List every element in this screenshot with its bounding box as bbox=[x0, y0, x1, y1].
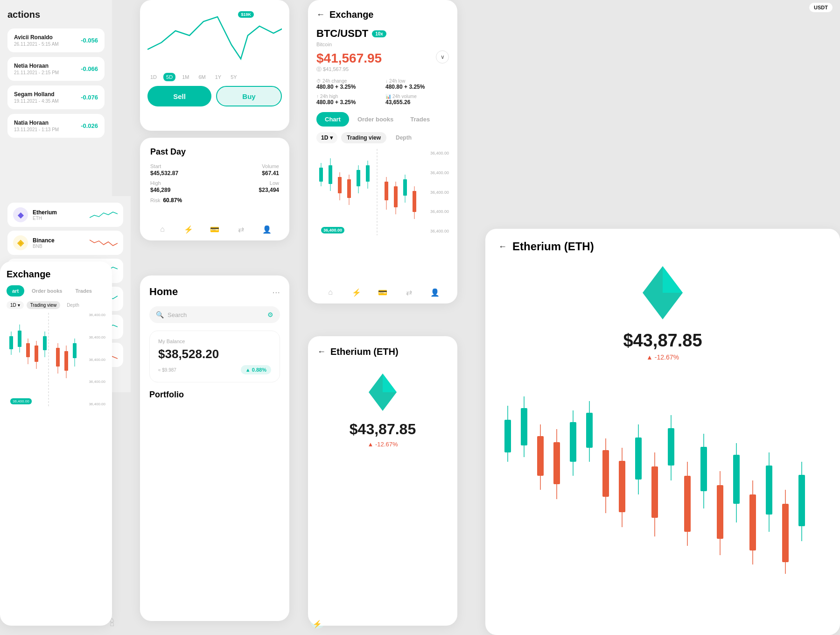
tab-art[interactable]: art bbox=[7, 285, 24, 296]
home-title: Home bbox=[149, 286, 178, 298]
svg-rect-75 bbox=[766, 466, 772, 515]
period-select[interactable]: 1D ▾ bbox=[316, 132, 337, 143]
exchange-panel: ← Exchange BTC/USDT 10x Bitcoin $41,567.… bbox=[308, 0, 457, 303]
transaction-item-4[interactable]: Natia Horaan 13.11.2021 - 1:13 PM -0.026 bbox=[7, 114, 105, 138]
filter-5y[interactable]: 5Y bbox=[228, 73, 239, 81]
transaction-item-2[interactable]: Netia Horaan 21.11.2021 - 2:15 PM -0.066 bbox=[7, 57, 105, 81]
candle-chart-right bbox=[498, 368, 827, 602]
profile-icon-ex[interactable]: 👤 bbox=[428, 286, 441, 299]
price-bubble: $19K bbox=[238, 11, 254, 18]
trading-view-btn[interactable]: Trading view bbox=[341, 132, 386, 143]
tab-orderbooks[interactable]: Order books bbox=[349, 112, 402, 127]
candle-left-svg bbox=[7, 313, 91, 406]
home-icon-coins[interactable]: ⌂ bbox=[105, 617, 119, 630]
eth-center-panel: ← Etherium (ETH) $43,87.85 ▲ -12.67% bbox=[308, 336, 457, 626]
pair-row: BTC/USDT 10x bbox=[316, 28, 449, 40]
trading-view-left[interactable]: Trading view bbox=[27, 301, 60, 309]
candle-chart-left: 36,400.00 36,400.00 36,400.00 36,400.00 … bbox=[7, 313, 105, 406]
filter-5d[interactable]: 5D bbox=[163, 73, 175, 81]
svg-rect-18 bbox=[403, 179, 407, 196]
svg-rect-63 bbox=[668, 428, 674, 466]
filter-1d[interactable]: 1D bbox=[147, 73, 160, 81]
exchange-icon-pd[interactable]: ⇄ bbox=[234, 223, 247, 236]
eth-change-center: ▲ -12.67% bbox=[368, 441, 398, 448]
filter-icon[interactable]: ⚙ bbox=[267, 311, 273, 318]
stat-low-val: 480.80 + 3.25% bbox=[385, 84, 449, 90]
coin-item-eth[interactable]: ◆ Etherium ETH bbox=[7, 203, 123, 227]
svg-rect-12 bbox=[366, 165, 370, 182]
profile-icon-pd[interactable]: 👤 bbox=[260, 223, 273, 236]
trading-pair: BTC/USDT bbox=[316, 28, 368, 40]
home-header: Home ··· bbox=[149, 286, 280, 298]
transaction-item-1[interactable]: Avicii Ronaldo 26.11.2021 - 5:15 AM -0.0… bbox=[7, 28, 105, 52]
svg-rect-79 bbox=[798, 475, 805, 526]
svg-rect-59 bbox=[635, 437, 642, 480]
depth-view-left[interactable]: Depth bbox=[63, 301, 83, 309]
wallet-icon-ex[interactable]: 💳 bbox=[376, 286, 389, 299]
price-chart-area: $19K bbox=[147, 7, 282, 68]
bolt-icon-ex[interactable]: ⚡ bbox=[350, 286, 363, 299]
svg-rect-29 bbox=[26, 343, 30, 357]
current-price: $41,567.95 bbox=[316, 51, 449, 66]
bolt-icon-coins[interactable]: ⚡ bbox=[311, 617, 324, 630]
svg-rect-49 bbox=[553, 442, 560, 484]
svg-rect-10 bbox=[357, 170, 360, 186]
sell-button[interactable]: Sell bbox=[147, 86, 211, 106]
eth-diamond-center bbox=[362, 371, 404, 413]
svg-rect-33 bbox=[43, 336, 47, 350]
bolt-icon-pd[interactable]: ⚡ bbox=[182, 223, 195, 236]
stat-volume-val: 43,655.26 bbox=[385, 99, 449, 106]
depth-view-btn[interactable]: Depth bbox=[390, 132, 417, 143]
svg-rect-45 bbox=[521, 408, 527, 445]
dropdown-button[interactable]: ∨ bbox=[436, 50, 449, 64]
pastday-bottom-nav: ⌂ ⚡ 💳 ⇄ 👤 bbox=[140, 223, 289, 236]
filter-6m[interactable]: 6M bbox=[196, 73, 208, 81]
svg-rect-6 bbox=[338, 177, 342, 193]
home-icon-ex[interactable]: ⌂ bbox=[324, 286, 337, 299]
home-icon-pd[interactable]: ⌂ bbox=[156, 223, 169, 236]
leverage-badge: 10x bbox=[372, 30, 386, 37]
transaction-item-3[interactable]: Segam Holland 19.11.2021 - 4:35 AM -0.07… bbox=[7, 85, 105, 109]
more-options-button[interactable]: ··· bbox=[272, 287, 280, 297]
wallet-icon-pd[interactable]: 💳 bbox=[208, 223, 221, 236]
coin-item-bnb[interactable]: ◈ Binance BNB bbox=[7, 231, 123, 255]
portfolio-title: Portfolio bbox=[149, 390, 280, 400]
svg-rect-2 bbox=[319, 168, 323, 182]
transactions-title: actions bbox=[7, 9, 105, 20]
svg-rect-61 bbox=[651, 466, 658, 518]
eth-change-right: ▲ -12.67% bbox=[498, 353, 827, 361]
eth-center-title: Etherium (ETH) bbox=[330, 346, 399, 357]
tab-orderbooks-left[interactable]: Order books bbox=[26, 285, 68, 296]
eth-price-right: $43,87.85 bbox=[498, 331, 827, 351]
svg-rect-4 bbox=[329, 165, 332, 184]
svg-rect-53 bbox=[586, 413, 593, 448]
back-arrow-eth-right[interactable]: ← bbox=[498, 242, 507, 252]
exchange-icon-ex[interactable]: ⇄ bbox=[402, 286, 415, 299]
bnb-sparkline bbox=[90, 236, 118, 249]
back-arrow-eth-center[interactable]: ← bbox=[317, 347, 326, 357]
tab-trades[interactable]: Trades bbox=[402, 112, 438, 127]
svg-rect-71 bbox=[733, 455, 740, 504]
tab-chart[interactable]: Chart bbox=[316, 112, 349, 127]
filter-1y[interactable]: 1Y bbox=[212, 73, 224, 81]
svg-rect-51 bbox=[570, 422, 576, 462]
sell-buy-row: Sell Buy bbox=[147, 86, 282, 106]
wave-chart-svg bbox=[147, 7, 282, 68]
period-select-left[interactable]: 1D▾ bbox=[7, 301, 24, 309]
buy-button[interactable]: Buy bbox=[216, 86, 282, 106]
svg-rect-77 bbox=[782, 504, 789, 562]
back-arrow-icon[interactable]: ← bbox=[316, 10, 325, 20]
pair-subtitle: Bitcoin bbox=[316, 42, 449, 47]
svg-rect-67 bbox=[700, 447, 707, 491]
balance-amount: $38,528.20 bbox=[158, 347, 271, 361]
filter-1m[interactable]: 1M bbox=[179, 73, 192, 81]
exchange-tabs: Chart Order books Trades bbox=[316, 112, 449, 127]
tab-trades-left[interactable]: Trades bbox=[70, 285, 97, 296]
search-bar[interactable]: 🔍 Search ⚙ bbox=[149, 306, 280, 323]
exchange-left-panel: Exchange art Order books Trades 1D▾ Trad… bbox=[0, 261, 112, 626]
candle-big-svg bbox=[498, 368, 825, 602]
svg-rect-57 bbox=[619, 461, 625, 512]
eth-right-panel: ← Etherium (ETH) $43,87.85 ▲ -12.67% bbox=[485, 229, 840, 635]
pastday-high-row: High $46,289 Low $23,494 bbox=[150, 180, 279, 193]
search-input[interactable]: Search bbox=[168, 311, 264, 318]
